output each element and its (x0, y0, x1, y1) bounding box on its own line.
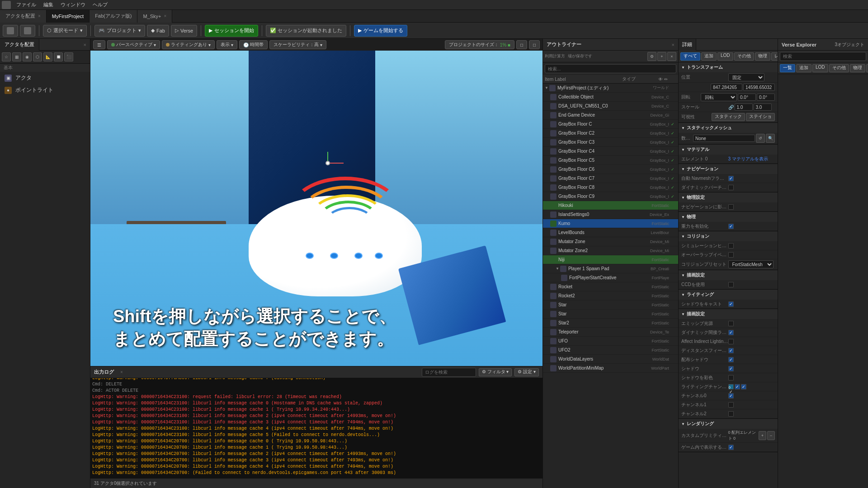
rendering-header[interactable]: ▼ レンダリング (679, 419, 778, 429)
outliner-item-visibility[interactable] (669, 365, 676, 372)
transform-header[interactable]: ▼ トランスフォーム (679, 62, 778, 72)
details-filter-physics[interactable]: 物理 (755, 52, 770, 61)
outliner-item[interactable]: ▼MyFirstProject (エディタ)ワールド (543, 84, 678, 93)
cast-shadow2-cb[interactable] (728, 357, 734, 362)
start-session-btn[interactable]: ▶ セッションを開始 (205, 25, 258, 37)
outliner-item-visibility[interactable] (669, 84, 676, 92)
tab-myfirstproject[interactable]: MyFirstProject (47, 10, 90, 23)
scale-y-input[interactable] (754, 103, 772, 111)
play-game-btn[interactable]: ▶ ゲームを開始する (354, 25, 407, 37)
menu-edit[interactable]: 編集 (40, 0, 57, 9)
details-tab-main[interactable]: 詳細 (679, 39, 696, 51)
outliner-item[interactable]: RocketFortStatic (543, 282, 678, 291)
outliner-item-visibility[interactable] (669, 283, 676, 291)
render-settings-header[interactable]: ▼ 描画設定 (679, 270, 778, 280)
overlap-cb[interactable] (728, 252, 734, 258)
toolbar-icon-btn2[interactable] (20, 25, 35, 37)
outliner-item[interactable]: GrayBox Floor C2GrayBox_I✓ (543, 129, 678, 138)
icon-btn-2[interactable]: ▦ (12, 52, 21, 61)
vp-time[interactable]: 🕐 時間帯 (239, 40, 268, 49)
vp-camera-btn[interactable]: □ (529, 40, 540, 49)
toolbar-icon-btn1[interactable] (3, 25, 18, 37)
details-filter-lod[interactable]: LOD (717, 52, 733, 61)
details-filter-render[interactable]: レンダリング (771, 52, 778, 61)
outliner-item-visibility[interactable] (669, 356, 676, 363)
icon-btn-1[interactable]: ☆ (2, 52, 11, 61)
tab-fab[interactable]: Fab(アルファ版) (90, 10, 137, 23)
nav-impact-cb[interactable] (728, 204, 734, 210)
indirect-hidden-cb[interactable] (728, 339, 734, 344)
outliner-item[interactable]: GrayBox Floor C4GrayBox_I✓ (543, 147, 678, 156)
outliner-item[interactable]: WorldPartitionMiniMapWorldPart (543, 364, 678, 373)
verse-tab-render[interactable]: レンダリング (866, 64, 868, 72)
outliner-item-visibility[interactable] (669, 274, 676, 282)
vp-scalability[interactable]: スケーラビリティ：高 ▾ (269, 40, 326, 49)
outliner-item[interactable]: NijiFortStatic (543, 255, 678, 264)
outliner-item[interactable]: Mutator ZoneDevice_Mi (543, 237, 678, 246)
simulate-physics-cb[interactable] (728, 224, 734, 229)
outliner-item[interactable]: StarFortStatic (543, 300, 678, 310)
mesh-input[interactable] (693, 135, 755, 142)
game-show-cb[interactable] (728, 445, 734, 450)
mesh-browse-btn[interactable]: 🔍 (766, 134, 775, 143)
outliner-item[interactable]: Mutator Zone2Device_Mi (543, 246, 678, 255)
outliner-item-visibility[interactable] (669, 301, 676, 309)
collision-preset-dropdown[interactable]: FortStaticMesh (728, 260, 774, 268)
vp-perspective[interactable]: パースペクティブ ▾ (107, 40, 160, 49)
outliner-item[interactable]: WorldDataLayersWorldDat (543, 355, 678, 364)
verse-tab-other[interactable]: その他 (829, 64, 849, 72)
viewport[interactable]: ☰ パースペクティブ ▾ ライティングあり ▾ 表示 ▾ 🕐 時間帯 (90, 39, 542, 366)
outliner-item[interactable]: StarFortStatic (543, 310, 678, 319)
ch2-cb[interactable] (728, 411, 734, 417)
outliner-item[interactable]: GrayBox Floor C6GrayBox_I✓ (543, 165, 678, 174)
details-filter-other[interactable]: その他 (734, 52, 754, 61)
left-tab-actor-place[interactable]: アクタを配置 (0, 39, 39, 51)
outliner-item-visibility[interactable] (669, 112, 676, 119)
outliner-search-input[interactable] (545, 64, 676, 73)
outliner-close-btn[interactable]: × (667, 52, 676, 61)
outliner-item-visibility[interactable] (669, 247, 676, 254)
outliner-item-visibility[interactable] (669, 256, 676, 263)
details-filter-1[interactable]: 追加 (701, 52, 717, 61)
cast-shadow3-cb[interactable] (728, 366, 734, 371)
tab-close-actor-place[interactable]: × (38, 14, 41, 19)
texture-header[interactable]: ▼ 描画設定 (679, 309, 778, 319)
menu-window[interactable]: ウィンドウ (57, 0, 89, 9)
icon-btn-6[interactable]: 🔲 (54, 52, 63, 61)
outliner-item-visibility[interactable] (669, 319, 676, 327)
dynamic-indirect-cb[interactable] (728, 330, 734, 335)
outliner-item-visibility[interactable] (669, 292, 676, 300)
outliner-item[interactable]: GrayBox Floor C3GrayBox_I✓ (543, 138, 678, 147)
show-materials-link[interactable]: 3 マテリアルを表示 (728, 156, 768, 162)
outliner-item[interactable]: KumoFortStatic (543, 219, 678, 228)
vp-show[interactable]: 表示 ▾ (217, 40, 237, 49)
outliner-settings-btn[interactable]: ⚙ (647, 52, 656, 61)
lc-1-cb[interactable] (735, 384, 740, 389)
use-navmesh-checkbox[interactable] (728, 176, 734, 181)
verse-tab-add[interactable]: 追加 (796, 64, 811, 72)
rot-x-input[interactable] (738, 94, 756, 101)
emissive-cb[interactable] (728, 321, 734, 326)
outliner-item-visibility[interactable] (669, 338, 676, 345)
outliner-item[interactable]: Collectible ObjectDevice_C (543, 93, 678, 102)
material-header[interactable]: ▼ マテリアル (679, 145, 778, 155)
stationary-btn[interactable]: ステイショ (746, 113, 775, 121)
outliner-item[interactable]: UFO2FortStatic (543, 346, 678, 355)
primitive-del-btn[interactable]: − (767, 431, 775, 440)
staticmesh-header[interactable]: ▼ スタティックメッシュ (679, 123, 778, 133)
output-search[interactable] (422, 368, 476, 377)
outliner-add-btn[interactable]: + (657, 52, 666, 61)
vp-hamburger[interactable]: ☰ (93, 40, 105, 49)
outliner-item-visibility[interactable] (669, 220, 676, 227)
outliner-item[interactable]: Star2FortStatic (543, 319, 678, 328)
outliner-item[interactable]: GrayBox Floor C8GrayBox_I✓ (543, 183, 678, 192)
outliner-item-visibility[interactable] (669, 103, 676, 110)
verse-tab-physics[interactable]: 物理 (850, 64, 865, 72)
mesh-reset-btn[interactable]: ↺ (756, 134, 765, 143)
shadow-quality-cb[interactable] (728, 375, 734, 380)
outliner-item[interactable]: GrayBox Floor CGrayBox_I✓ (543, 120, 678, 129)
vp-lighting[interactable]: ライティングあり ▾ (162, 40, 215, 49)
lighting-header[interactable]: ▼ ライティング (679, 290, 778, 300)
cast-shadow-cb[interactable] (728, 301, 734, 307)
output-filter-btn[interactable]: ⚙ フィルタ ▾ (479, 368, 512, 376)
